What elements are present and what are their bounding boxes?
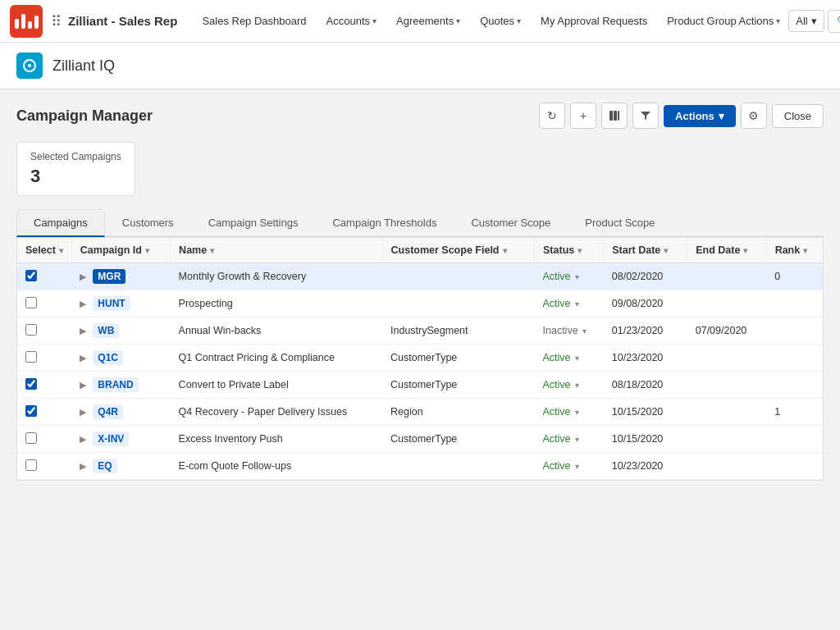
row-scope-field: Region [382,399,535,426]
chevron-down-icon: ▾ [372,16,377,25]
campaign-id-badge: WB [93,323,119,338]
status-badge: Active [543,433,571,445]
iq-title: Zilliant IQ [52,57,115,75]
nav-accounts[interactable]: Accounts ▾ [318,10,385,32]
row-checkbox[interactable] [25,432,37,444]
expand-icon[interactable]: ▶ [80,326,86,336]
th-campaign-id: Campaign Id ▾ [71,238,170,263]
row-name: Monthly Growth & Recovery [171,263,382,290]
settings-button[interactable]: ⚙ [741,103,767,129]
expand-icon[interactable]: ▶ [80,353,86,363]
th-start-date: Start Date ▾ [604,238,687,263]
search-area: All ▾ 🔍 [788,10,840,33]
row-checkbox[interactable] [25,324,37,336]
campaigns-table-wrapper: Select ▾ Campaign Id ▾ Name ▾ [16,237,824,481]
nav-product-group-actions[interactable]: Product Group Actions ▾ [659,10,788,32]
row-status: Active ▾ [535,372,604,399]
chevron-down-icon: ▾ [575,408,579,417]
selected-campaigns-card: Selected Campaigns 3 [16,142,135,196]
nav-sales-rep-dashboard[interactable]: Sales Rep Dashboard [194,10,314,32]
expand-icon[interactable]: ▶ [80,299,86,309]
row-campaign-id: ▶ WB [71,317,170,345]
campaign-id-badge: EQ [93,459,116,473]
grid-menu-icon[interactable]: ⠿ [51,12,62,30]
chevron-down-icon: ▾ [575,354,579,363]
expand-icon[interactable]: ▶ [80,434,86,445]
actions-button[interactable]: Actions ▾ [664,105,736,127]
row-end-date [687,345,766,372]
chevron-down-icon: ▾ [575,435,579,444]
row-scope-field [382,290,535,317]
row-status: Inactive ▾ [535,317,604,345]
tab-customers[interactable]: Customers [105,209,191,237]
expand-icon[interactable]: ▶ [80,272,86,282]
expand-icon[interactable]: ▶ [80,380,86,390]
filter-button[interactable] [632,103,659,129]
campaign-id-badge: X-INV [93,431,129,446]
nav-agreements[interactable]: Agreements ▾ [388,10,468,32]
add-button[interactable]: + [570,103,596,129]
row-checkbox[interactable] [25,351,37,363]
row-checkbox[interactable] [25,459,37,471]
row-rank: 1 [766,399,823,426]
svg-rect-3 [614,111,617,121]
row-start-date: 09/08/2020 [604,290,687,317]
search-scope-label: All [796,15,807,27]
row-scope-field: CustomerType [382,426,535,453]
row-status: Active ▾ [535,290,604,317]
expand-icon[interactable]: ▶ [80,461,86,472]
row-start-date: 10/15/2020 [604,399,687,426]
refresh-button[interactable]: ↻ [539,103,565,129]
main-nav: Sales Rep Dashboard Accounts ▾ Agreement… [194,10,788,32]
row-campaign-id: ▶ Q1C [71,345,170,372]
tab-campaign-settings[interactable]: Campaign Settings [191,209,316,237]
row-end-date [687,290,766,317]
sort-icon: ▾ [59,246,63,255]
sort-icon: ▾ [145,246,149,255]
row-checkbox[interactable] [25,405,37,417]
search-box: 🔍 [828,10,840,33]
sort-icon: ▾ [743,246,747,255]
sort-icon: ▾ [578,246,582,255]
search-scope-dropdown[interactable]: All ▾ [788,10,824,32]
row-end-date [687,372,766,399]
th-name: Name ▾ [171,238,382,263]
selected-campaigns-label: Selected Campaigns [30,151,121,162]
chevron-down-icon: ▾ [811,15,817,27]
tab-customer-scope[interactable]: Customer Scope [454,209,568,237]
nav-quotes[interactable]: Quotes ▾ [472,10,529,32]
row-end-date [687,263,766,290]
th-customer-scope-field: Customer Scope Field ▾ [382,238,535,263]
nav-my-approval-requests[interactable]: My Approval Requests [532,10,655,32]
svg-rect-2 [609,111,613,121]
tab-product-scope[interactable]: Product Scope [568,209,672,237]
row-checkbox[interactable] [25,297,37,308]
row-rank [766,372,823,399]
iq-banner: Zilliant IQ [0,43,840,89]
toolbar: ↻ + Actions ▾ ⚙ Close [539,103,824,129]
row-checkbox-cell [17,263,71,290]
table-row: ▶ Q4R Q4 Recovery - Paper Delivery Issue… [17,399,823,426]
tab-campaigns[interactable]: Campaigns [16,209,105,237]
row-campaign-id: ▶ BRAND [71,372,170,399]
row-name: Q1 Contract Pricing & Compliance [171,345,382,372]
campaign-id-badge: BRAND [93,377,138,392]
close-button[interactable]: Close [772,104,824,128]
row-start-date: 10/23/2020 [604,453,687,480]
top-nav: ⠿ Zilliant - Sales Rep Sales Rep Dashboa… [0,0,840,43]
row-name: Excess Inventory Push [171,426,382,453]
row-checkbox[interactable] [25,378,37,390]
app-name: Zilliant - Sales Rep [68,14,177,28]
columns-button[interactable] [601,103,628,129]
main-content: Campaign Manager ↻ + Actions ▾ ⚙ [0,89,840,494]
row-status: Active ▾ [535,263,604,290]
app-logo[interactable] [10,5,43,38]
table-row: ▶ X-INV Excess Inventory Push CustomerTy… [17,426,823,453]
row-scope-field: CustomerType [382,345,535,372]
status-badge: Active [543,460,571,472]
row-checkbox[interactable] [25,270,37,281]
tab-campaign-thresholds[interactable]: Campaign Thresholds [315,209,454,237]
expand-icon[interactable]: ▶ [80,407,86,418]
table-row: ▶ HUNT Prospecting Active ▾ 09/08/2020 [17,290,823,317]
chevron-down-icon: ▾ [575,299,579,308]
